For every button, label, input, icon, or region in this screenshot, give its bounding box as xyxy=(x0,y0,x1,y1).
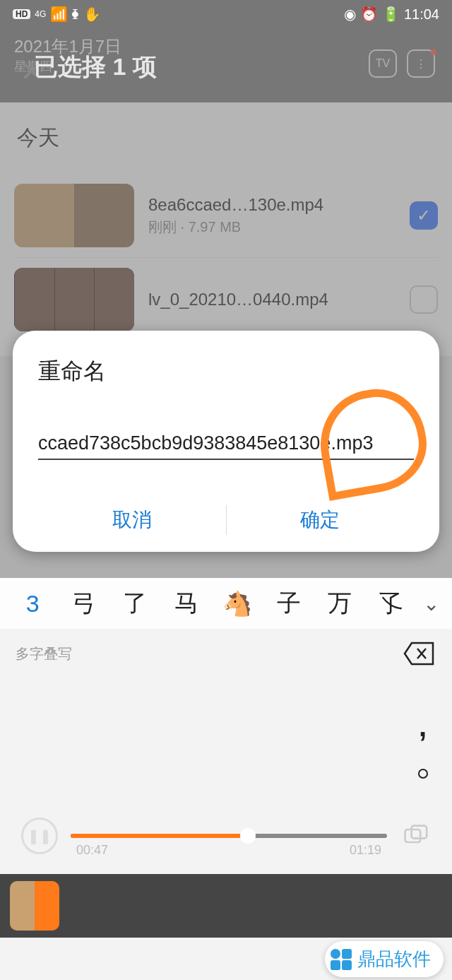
backspace-icon[interactable] xyxy=(401,637,436,670)
ime-candidate[interactable]: 3 xyxy=(7,590,59,618)
clock-time: 11:04 xyxy=(404,6,439,23)
ime-candidate-bar: 3 弓 了 马 🐴 子 万 孓 ⌄ xyxy=(0,578,452,629)
battery-icon: 🔋 xyxy=(382,6,400,23)
ime-candidate[interactable]: 孓 xyxy=(366,587,417,620)
status-bar: HD 4G 📶 ⧳ ✋ ◉ ⏰ 🔋 11:04 xyxy=(0,0,452,28)
alarm-icon: ⏰ xyxy=(360,6,378,23)
time-current: 00:47 xyxy=(76,843,108,858)
period-key[interactable] xyxy=(418,769,428,779)
ime-candidate[interactable]: 万 xyxy=(314,587,366,620)
rename-input[interactable] xyxy=(38,428,414,460)
confirm-button[interactable]: 确定 xyxy=(227,488,415,552)
ime-candidate[interactable]: 🐴 xyxy=(212,589,263,618)
bottom-mini-bar[interactable] xyxy=(0,874,452,938)
cancel-button[interactable]: 取消 xyxy=(38,488,226,552)
pip-icon[interactable] xyxy=(400,820,431,851)
progress-slider[interactable]: 00:47 01:19 xyxy=(71,834,387,838)
hd-icon: HD xyxy=(13,9,30,19)
signal-4g-icon: 4G xyxy=(35,9,46,19)
signal-icon: 📶 xyxy=(50,6,68,23)
mini-thumbnail[interactable] xyxy=(10,881,59,931)
dialog-title: 重命名 xyxy=(38,356,414,387)
watermark-badge: 鼎品软件 xyxy=(325,941,444,977)
svg-rect-1 xyxy=(412,826,427,839)
rename-dialog: 重命名 取消 确定 xyxy=(13,331,439,552)
ime-candidate[interactable]: 了 xyxy=(109,587,161,620)
selection-title: 已选择 1 项 xyxy=(34,51,157,83)
hand-icon: ✋ xyxy=(83,6,101,23)
ime-candidate[interactable]: 马 xyxy=(161,587,213,620)
svg-rect-0 xyxy=(405,830,421,842)
eye-icon: ◉ xyxy=(344,6,356,23)
keyboard-hint: 多字叠写 xyxy=(16,644,72,663)
pause-icon[interactable]: ❚❚ xyxy=(21,817,58,854)
chevron-down-icon[interactable]: ⌄ xyxy=(417,592,445,615)
comma-key[interactable]: , xyxy=(419,711,427,743)
video-player-bar: ❚❚ 00:47 01:19 xyxy=(0,805,452,866)
ime-candidate[interactable]: 子 xyxy=(263,587,315,620)
wifi-icon: ⧳ xyxy=(72,6,79,23)
time-total: 01:19 xyxy=(350,843,381,858)
watermark-logo-icon xyxy=(331,949,352,970)
ime-candidate[interactable]: 弓 xyxy=(59,587,110,620)
watermark-text: 鼎品软件 xyxy=(357,947,431,972)
